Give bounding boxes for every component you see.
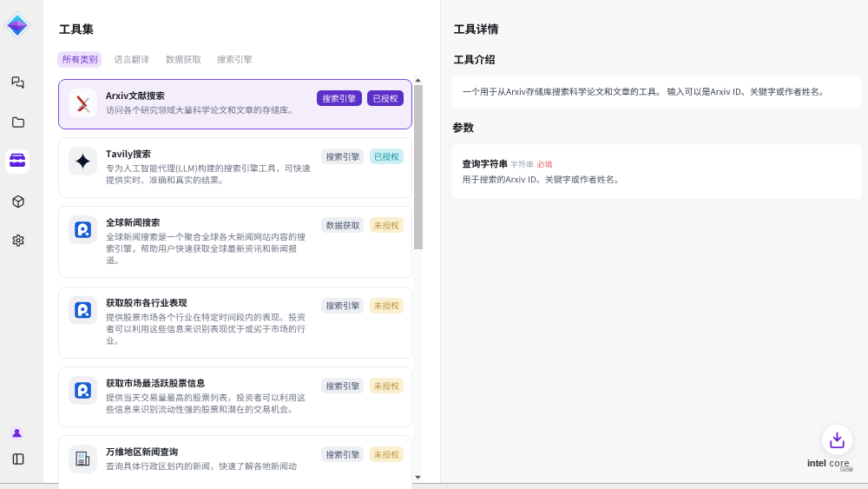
svg-text:core: core — [830, 458, 851, 468]
svg-text:intel: intel — [807, 458, 826, 468]
svg-text:ULTRA: ULTRA — [842, 468, 852, 472]
